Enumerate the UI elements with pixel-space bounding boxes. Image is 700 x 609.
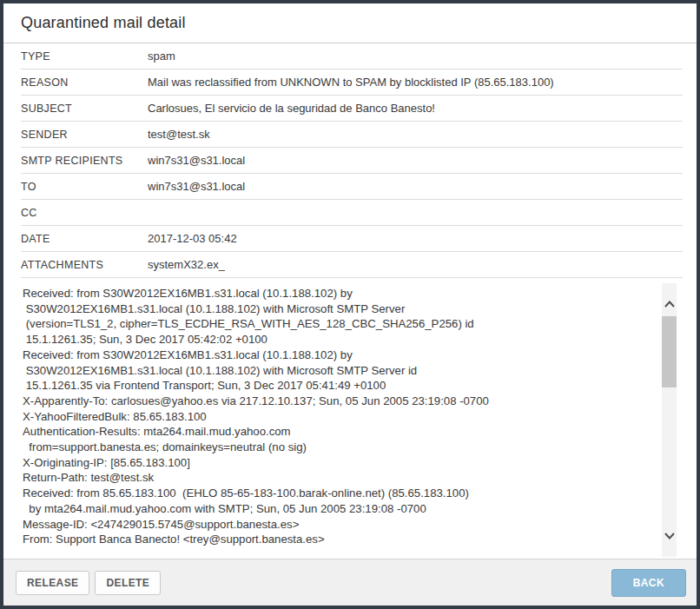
header-line: Received: from S30W2012EX16MB1.s31.local… — [23, 348, 675, 363]
field-label: SUBJECT — [21, 103, 148, 115]
field-value: Carlosues, El servicio de la seguridad d… — [148, 102, 435, 115]
chevron-down-icon — [664, 533, 675, 539]
header-line: by mta264.mail.mud.yahoo.com with SMTP; … — [23, 501, 675, 517]
page-title: Quarantined mail detail — [21, 14, 186, 32]
field-row: SMTP RECIPIENTS win7s31@s31.local — [21, 148, 683, 174]
field-row: SENDER test@test.sk — [21, 122, 683, 148]
quarantined-mail-detail-dialog: Quarantined mail detail TYPE spam REASON… — [0, 0, 700, 609]
dialog-title-bar: Quarantined mail detail — [3, 3, 697, 43]
field-value: spam — [148, 50, 175, 63]
field-label: SENDER — [21, 129, 148, 141]
vertical-scrollbar[interactable] — [662, 283, 677, 557]
release-button[interactable]: RELEASE — [16, 571, 89, 595]
field-label: DATE — [21, 233, 148, 245]
field-value: 2017-12-03 05:42 — [148, 232, 237, 245]
field-value: win7s31@s31.local — [148, 154, 245, 167]
header-line: X-YahooFilteredBulk: 85.65.183.100 — [23, 409, 675, 425]
field-row: TO win7s31@s31.local — [21, 174, 683, 200]
header-line: 15.1.1261.35; Sun, 3 Dec 2017 05:42:02 +… — [23, 332, 675, 348]
field-value: win7s31@s31.local — [148, 180, 245, 193]
mail-headers-panel: Received: from S30W2012EX16MB1.s31.local… — [3, 278, 697, 559]
header-line: S30W2012EX16MB1.s31.local (10.1.188.102)… — [23, 363, 675, 379]
header-line: Return-Path: test@test.sk — [23, 470, 675, 486]
field-row: ATTACHMENTS systemX32.ex_ — [21, 252, 683, 278]
scroll-up-button[interactable] — [662, 295, 677, 313]
scroll-down-button[interactable] — [662, 527, 677, 545]
field-label: TO — [21, 181, 148, 193]
header-line: (version=TLS1_2, cipher=TLS_ECDHE_RSA_WI… — [23, 316, 675, 332]
field-row: CC — [21, 200, 683, 226]
header-line: from=support.banesta.es; domainkeys=neut… — [23, 440, 675, 455]
header-line: X-Originating-IP: [85.65.183.100] — [23, 455, 675, 471]
chevron-up-icon — [664, 301, 675, 308]
header-line: From: Support Banca Banecto! <trey@suppo… — [23, 532, 675, 547]
header-line: Received: from 85.65.183.100 (EHLO 85-65… — [23, 486, 675, 501]
mail-headers-text: Received: from S30W2012EX16MB1.s31.local… — [3, 278, 678, 559]
header-line: S30W2012EX16MB1.s31.local (10.1.188.102)… — [23, 301, 675, 317]
field-value: test@test.sk — [148, 128, 210, 141]
back-button[interactable]: BACK — [611, 569, 686, 597]
field-label: SMTP RECIPIENTS — [21, 155, 148, 167]
mail-detail-fields: TYPE spam REASON Mail was reclassified f… — [3, 43, 697, 278]
field-row: REASON Mail was reclassified from UNKNOW… — [21, 70, 683, 96]
dialog-footer: RELEASE DELETE BACK — [3, 559, 697, 606]
field-row: DATE 2017-12-03 05:42 — [21, 226, 683, 252]
header-line: 15.1.1261.35 via Frontend Transport; Sun… — [23, 378, 675, 394]
scrollbar-thumb[interactable] — [662, 316, 677, 387]
header-line: Message-ID: <247429015.5745@support.bane… — [23, 517, 675, 533]
field-row: TYPE spam — [21, 43, 683, 70]
field-label: REASON — [21, 76, 148, 89]
delete-button[interactable]: DELETE — [95, 571, 161, 595]
field-label: CC — [21, 207, 148, 219]
field-label: TYPE — [21, 50, 148, 63]
field-row: SUBJECT Carlosues, El servicio de la seg… — [21, 96, 683, 122]
header-line: Received: from S30W2012EX16MB1.s31.local… — [23, 286, 675, 301]
header-line: X-Apparently-To: carlosues@yahoo.es via … — [23, 394, 675, 409]
field-value: systemX32.ex_ — [148, 258, 225, 271]
field-value: Mail was reclassified from UNKNOWN to SP… — [148, 76, 554, 89]
header-line: Authentication-Results: mta264.mail.mud.… — [23, 424, 675, 440]
field-label: ATTACHMENTS — [21, 259, 148, 271]
